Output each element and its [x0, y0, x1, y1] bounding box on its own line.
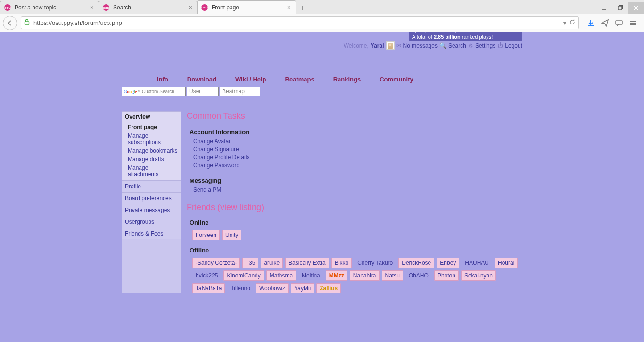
- close-icon[interactable]: ×: [89, 4, 95, 11]
- heading-friends: Friends (view listing): [187, 203, 522, 212]
- browser-tab[interactable]: osu Search ×: [99, 1, 198, 14]
- avatar[interactable]: [386, 41, 395, 50]
- nav-beatmaps[interactable]: Beatmaps: [276, 74, 324, 85]
- friend-chip[interactable]: OhAHO: [405, 270, 432, 281]
- link-change-avatar[interactable]: Change Avatar: [193, 138, 522, 146]
- user-bar: Welcome, Yarai ✉ No messages 🔍 Search ⚙ …: [344, 41, 522, 50]
- send-icon[interactable]: [601, 19, 609, 27]
- friend-chip[interactable]: Woobowiz: [256, 283, 289, 293]
- heading-account-info: Account Information: [190, 129, 522, 136]
- friend-chip[interactable]: Tillerino: [227, 283, 254, 293]
- settings-link[interactable]: Settings: [475, 42, 495, 49]
- friend-chip[interactable]: Enbey: [437, 258, 459, 268]
- new-tab-button[interactable]: +: [297, 2, 309, 14]
- gear-icon: ⚙: [468, 42, 473, 49]
- heading-messaging: Messaging: [190, 177, 522, 184]
- welcome-label: Welcome,: [344, 42, 369, 49]
- friend-chip[interactable]: aruike: [261, 258, 283, 268]
- link-change-signature[interactable]: Change Signature: [193, 146, 522, 154]
- heading-online: Online: [190, 219, 522, 226]
- sidebar-item-drafts[interactable]: Manage drafts: [128, 155, 181, 163]
- logout-link[interactable]: Logout: [505, 42, 522, 49]
- sidebar-item-usergroups[interactable]: Usergroups: [122, 216, 181, 228]
- hamburger-icon[interactable]: [629, 19, 637, 27]
- chevron-down-icon[interactable]: ▾: [563, 20, 566, 26]
- tab-title: Search: [113, 4, 188, 11]
- friend-chip[interactable]: Basically Extra: [285, 258, 329, 268]
- friend-chip[interactable]: hvick225: [192, 270, 221, 281]
- browser-tab[interactable]: osu Post a new topic ×: [0, 1, 99, 14]
- friend-chip[interactable]: Zallius: [316, 283, 341, 293]
- username-link[interactable]: Yarai: [371, 42, 384, 49]
- friend-chip[interactable]: _35: [242, 258, 258, 268]
- osu-favicon: osu: [103, 4, 109, 11]
- beatmap-search-input[interactable]: [220, 87, 260, 96]
- sidebar-group-overview[interactable]: Overview: [122, 112, 181, 122]
- friend-chip[interactable]: Sekai-nyan: [461, 270, 496, 281]
- osu-favicon: osu: [4, 4, 11, 11]
- friends-online-list: ForseenUnity: [187, 230, 522, 240]
- close-icon[interactable]: ×: [286, 4, 292, 11]
- search-icon: 🔍: [439, 42, 446, 49]
- friend-chip[interactable]: Nanahira: [350, 270, 380, 281]
- google-custom-search[interactable]: Google™ Custom Search: [122, 87, 186, 96]
- friend-chip[interactable]: Natsu: [382, 270, 403, 281]
- tab-title: Post a new topic: [15, 4, 89, 11]
- nav-info[interactable]: Info: [148, 74, 178, 85]
- server-stats: 6,002,461 users, 9,933 online now. A tot…: [409, 32, 522, 41]
- nav-community[interactable]: Community: [370, 74, 423, 85]
- sidebar-item-pms[interactable]: Private messages: [122, 204, 181, 216]
- window-close-button[interactable]: [628, 2, 644, 14]
- sidebar-item-attachments[interactable]: Manage attachments: [128, 163, 181, 179]
- power-icon: ⏻: [497, 42, 503, 49]
- heading-common-tasks: Common Tasks: [187, 111, 522, 121]
- link-send-pm[interactable]: Send a PM: [193, 186, 522, 194]
- friend-chip[interactable]: MMzz: [326, 270, 347, 281]
- heading-offline: Offline: [190, 247, 522, 254]
- download-icon[interactable]: [586, 19, 595, 27]
- nav-download[interactable]: Download: [178, 74, 226, 85]
- link-change-password[interactable]: Change Password: [193, 162, 522, 170]
- friend-chip[interactable]: DerickRose: [398, 258, 434, 268]
- link-change-profile[interactable]: Change Profile Details: [193, 154, 522, 162]
- sidebar-item-bookmarks[interactable]: Manage bookmarks: [128, 147, 181, 155]
- friend-chip[interactable]: -Sandy Corzeta-: [192, 258, 240, 268]
- friend-chip[interactable]: Unity: [222, 230, 241, 240]
- sidebar-item-friends-foes[interactable]: Friends & Foes: [122, 228, 181, 239]
- friend-chip[interactable]: Photon: [434, 270, 459, 281]
- friend-chip[interactable]: Cherry Takuro: [354, 258, 396, 268]
- nav-wiki[interactable]: Wiki / Help: [226, 74, 276, 85]
- address-bar[interactable]: ▾: [21, 16, 579, 29]
- friend-chip[interactable]: Bikko: [331, 258, 352, 268]
- friend-chip[interactable]: KinomiCandy: [223, 270, 264, 281]
- friend-chip[interactable]: HAUHAU: [462, 258, 492, 268]
- envelope-icon: ✉: [396, 42, 401, 49]
- friend-chip[interactable]: TaNaBaTa: [192, 283, 225, 293]
- sidebar-item-front-page[interactable]: Front page: [128, 123, 181, 131]
- friends-offline-list: -Sandy Corzeta-_35aruikeBasically ExtraB…: [187, 258, 522, 293]
- window-minimize-button[interactable]: [596, 2, 612, 14]
- browser-tab[interactable]: osu Front page ×: [197, 0, 296, 14]
- reload-icon[interactable]: [569, 19, 576, 27]
- friend-chip[interactable]: YayMii: [291, 283, 314, 293]
- friend-chip[interactable]: Forseen: [192, 230, 220, 240]
- nav-rankings[interactable]: Rankings: [324, 74, 371, 85]
- back-button[interactable]: [3, 16, 17, 30]
- messages-link[interactable]: No messages: [403, 42, 438, 49]
- sidebar-item-subscriptions[interactable]: Manage subscriptions: [128, 131, 181, 147]
- search-link[interactable]: Search: [448, 42, 466, 49]
- chat-icon[interactable]: [615, 19, 623, 27]
- lock-icon: [24, 19, 30, 27]
- friend-chip[interactable]: Hourai: [495, 258, 518, 268]
- friend-chip[interactable]: Mathsma: [266, 270, 296, 281]
- friend-chip[interactable]: Meltina: [298, 270, 323, 281]
- user-search-input[interactable]: [187, 87, 219, 96]
- sidebar-item-board-prefs[interactable]: Board preferences: [122, 193, 181, 204]
- sidebar-item-profile[interactable]: Profile: [122, 181, 181, 193]
- close-icon[interactable]: ×: [188, 4, 193, 11]
- url-input[interactable]: [33, 19, 561, 27]
- osu-favicon: osu: [201, 4, 208, 11]
- friends-view-listing-link[interactable]: (view listing): [217, 203, 264, 212]
- browser-tabstrip: osu Post a new topic × osu Search × osu …: [0, 0, 644, 14]
- window-maximize-button[interactable]: [612, 2, 628, 14]
